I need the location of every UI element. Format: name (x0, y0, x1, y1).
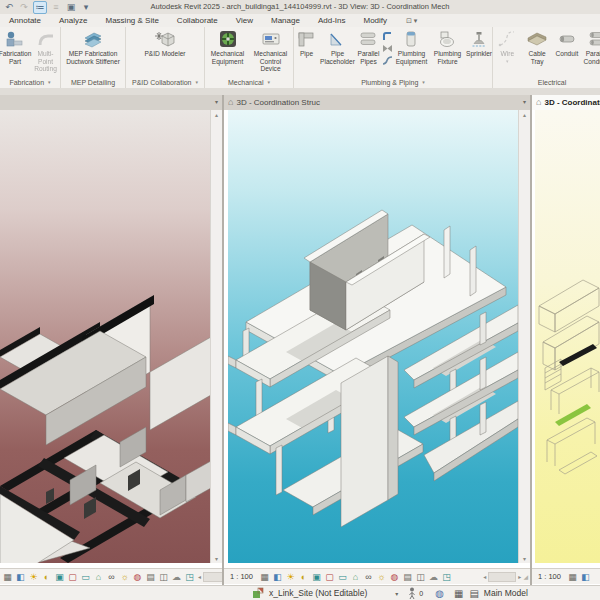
view-window-right-titlebar[interactable]: ⌂ 3D - Coordination Mech (532, 95, 600, 110)
sprinkler-button[interactable]: Sprinkler (466, 29, 492, 58)
view-window-left-titlebar[interactable]: ▾ (0, 95, 222, 110)
resize-grip-icon[interactable]: ◢ (523, 573, 528, 580)
section-box-icon[interactable]: ⌂ (93, 571, 104, 583)
pipe-accessory-icon[interactable] (382, 43, 393, 54)
window-menu-icon[interactable]: ▾ (523, 95, 526, 110)
pipe-placeholder-button[interactable]: Pipe Placeholder (320, 29, 355, 65)
reveal-hidden-elements-icon[interactable]: ∞ (106, 571, 117, 583)
workset-dropdown-icon[interactable]: ▾ (395, 590, 398, 597)
thin-lines-icon[interactable]: ≡ (50, 2, 62, 13)
tab-view[interactable]: View (227, 14, 262, 27)
scroll-left-icon[interactable]: ◂ (482, 573, 487, 580)
parallel-pipes-button[interactable]: Parallel Pipes (356, 29, 381, 65)
tab-collaborate[interactable]: Collaborate (168, 14, 227, 27)
move-crop-icon[interactable]: ◳ (184, 571, 195, 583)
horizontal-scrollbar[interactable]: ◂ ▸ ◢ (482, 572, 528, 582)
mechanical-control-device-button[interactable]: Mechanical Control Device (250, 29, 292, 73)
shadows-icon[interactable]: ◐ (298, 571, 309, 583)
vertical-scrollbar[interactable]: ▴ ▾ (518, 110, 530, 563)
switch-windows-icon[interactable]: ▣ (65, 2, 77, 13)
displacement-icon[interactable]: ☁ (428, 571, 439, 583)
scale-button[interactable]: 1 : 100 (534, 572, 565, 581)
scroll-left-icon[interactable]: ◂ (197, 573, 202, 580)
crop-view-icon[interactable]: ▣ (311, 571, 322, 583)
visual-style-icon[interactable]: ◧ (580, 571, 591, 583)
crop-view-icon[interactable]: ▣ (54, 571, 65, 583)
tab-annotate[interactable]: Annotate (0, 14, 50, 27)
pid-modeler-button[interactable]: P&ID Modeler (144, 29, 186, 58)
editable-only-person-icon[interactable] (408, 587, 418, 599)
detail-level-icon[interactable]: ▦ (2, 571, 13, 583)
fabrication-part-button[interactable]: Fabrication Part (0, 29, 30, 65)
tab-modify[interactable]: Modify (354, 14, 396, 27)
scroll-up-icon[interactable]: ▴ (211, 111, 222, 118)
tab-massing-site[interactable]: Massing & Site (97, 14, 168, 27)
tab-manage[interactable]: Manage (262, 14, 309, 27)
temporary-view-icon[interactable]: ▤ (402, 571, 413, 583)
mep-fabrication-ductwork-stiffener-button[interactable]: MEP Fabrication Ductwork Stiffener (61, 29, 125, 65)
worksharing-display-icon[interactable]: ◍ (132, 571, 143, 583)
plumbing-fixture-button[interactable]: Plumbing Fixture (430, 29, 465, 65)
sun-path-icon[interactable]: ☀ (285, 571, 296, 583)
temporary-view-properties-icon[interactable]: ▭ (80, 571, 91, 583)
scroll-down-icon[interactable]: ▾ (211, 555, 222, 562)
active-properties-icon[interactable]: ≔ (33, 1, 47, 14)
analytical-model-icon[interactable]: ◫ (415, 571, 426, 583)
show-crop-region-icon[interactable]: ▢ (324, 571, 335, 583)
show-crop-region-icon[interactable]: ▢ (67, 571, 78, 583)
flex-pipe-icon[interactable] (382, 55, 393, 66)
scale-button[interactable]: 1 : 100 (226, 572, 257, 581)
wire-dropdown-icon[interactable]: ▾ (506, 58, 509, 64)
reveal-hidden-elements-icon[interactable]: ∞ (363, 571, 374, 583)
detail-level-icon[interactable]: ▦ (567, 571, 578, 583)
tab-addins[interactable]: Add-Ins (309, 14, 355, 27)
tab-analyze[interactable]: Analyze (50, 14, 96, 27)
active-workset-selector[interactable]: x_Link_Site (Not Editable) (269, 588, 367, 598)
visual-style-icon[interactable]: ◧ (272, 571, 283, 583)
ribbon-display-toggle[interactable]: ⊡ ▾ (400, 14, 423, 27)
multi-point-routing-button[interactable]: Multi-Point Routing (31, 29, 60, 73)
main-model-icon[interactable]: ▤ (469, 588, 478, 599)
wire-button[interactable]: Wire ▾ (493, 29, 522, 64)
visual-style-icon[interactable]: ◧ (15, 571, 26, 583)
temporary-hide-isolate-icon[interactable]: ☼ (376, 571, 387, 583)
panel-launcher-icon[interactable]: ▾ (48, 79, 51, 85)
panel-launcher-icon[interactable]: ▾ (267, 79, 270, 85)
scroll-down-icon[interactable]: ▾ (519, 555, 530, 562)
viewport-left[interactable] (0, 110, 210, 563)
vertical-scrollbar[interactable]: ▴ ▾ (210, 110, 222, 563)
sun-path-icon[interactable]: ☀ (28, 571, 39, 583)
shadows-icon[interactable]: ◐ (41, 571, 52, 583)
worksharing-globe-icon[interactable]: ◍ (435, 588, 444, 599)
temporary-view-icon[interactable]: ▤ (145, 571, 156, 583)
view-3d-icon: ⌂ (536, 95, 541, 110)
customize-qat-icon[interactable]: ▾ (80, 2, 92, 13)
viewport-middle[interactable] (228, 110, 518, 563)
panel-launcher-icon[interactable]: ▾ (196, 79, 199, 85)
pipe-button[interactable]: Pipe (294, 29, 319, 58)
design-options-icon[interactable]: ▦ (454, 588, 463, 599)
window-menu-icon[interactable]: ▾ (215, 95, 218, 110)
displacement-icon[interactable]: ☁ (171, 571, 182, 583)
detail-level-icon[interactable]: ▦ (259, 571, 270, 583)
scroll-up-icon[interactable]: ▴ (519, 111, 530, 118)
viewport-right[interactable] (535, 110, 600, 563)
cable-tray-button[interactable]: Cable Tray (523, 29, 552, 65)
analytical-model-icon[interactable]: ◫ (158, 571, 169, 583)
pipe-fitting-icon[interactable] (382, 31, 393, 42)
conduit-button[interactable]: Conduit (553, 29, 582, 58)
plumbing-equipment-button[interactable]: Plumbing Equipment (394, 29, 429, 65)
mechanical-equipment-button[interactable]: Mechanical Equipment (207, 29, 249, 65)
parallel-conduits-button[interactable]: Parallel Conduits (582, 29, 600, 65)
temporary-view-properties-icon[interactable]: ▭ (337, 571, 348, 583)
view-window-middle-titlebar[interactable]: ⌂ 3D - Coordination Struc ▾ (224, 95, 530, 110)
temporary-hide-isolate-icon[interactable]: ☼ (119, 571, 130, 583)
undo-icon[interactable]: ↶ (3, 2, 15, 13)
scroll-right-icon[interactable]: ▸ (517, 573, 522, 580)
section-box-icon[interactable]: ⌂ (350, 571, 361, 583)
worksharing-display-icon[interactable]: ◍ (389, 571, 400, 583)
redo-icon[interactable]: ↷ (18, 2, 30, 13)
panel-launcher-icon[interactable]: ▾ (422, 79, 425, 85)
move-crop-icon[interactable]: ◳ (441, 571, 452, 583)
wire-icon (497, 29, 517, 49)
